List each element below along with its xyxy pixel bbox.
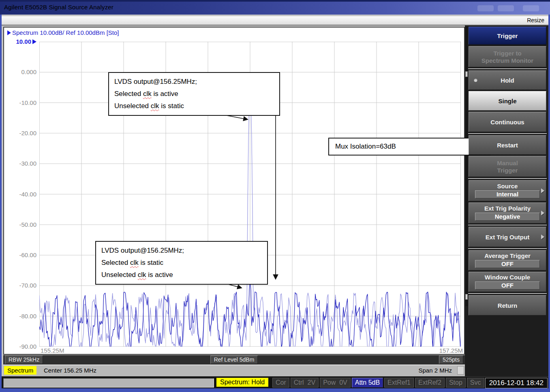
- y-axis-labels: 10.000.000-10.00-20.00-30.00-40.00-50.00…: [4, 28, 38, 354]
- menu-toolbar: Resize: [2, 16, 548, 26]
- y-axis-label-70-00: -70.00: [4, 282, 36, 289]
- status-cell-svc: Svc: [467, 378, 484, 388]
- status-cell-stop: Stop: [446, 378, 466, 388]
- menu-item-ext-trig-output[interactable]: Ext Trig Output: [469, 227, 546, 247]
- menu-item-single[interactable]: Single: [469, 91, 546, 111]
- clk-word: clk: [130, 259, 139, 266]
- annotation-line: Unselected clk is static: [114, 100, 274, 112]
- status-cell-attn-5db: Attn 5dB: [352, 378, 383, 388]
- ref-level-button[interactable]: Ref Level 5dBm: [210, 356, 258, 364]
- resize-button[interactable]: Resize: [527, 17, 544, 23]
- annotation-static-clk: LVDS output@156.25MHz; Selected clk is s…: [95, 241, 268, 285]
- y-axis-label-20-00: -20.00: [4, 130, 36, 136]
- close-button[interactable]: [523, 5, 539, 11]
- annotation-line: Selected clk is static: [101, 257, 262, 269]
- status-message-field: [3, 378, 214, 388]
- menu-value-ext-trig-polarity: Negative: [475, 213, 540, 221]
- menu-item-source[interactable]: SourceInternal: [469, 180, 546, 201]
- softkey-menu: TriggerTrigger toSpectrum MonitorHoldSin…: [468, 27, 547, 317]
- status-cell-extref2: ExtRef2: [415, 378, 445, 388]
- y-axis-label-90-00: -90.00: [4, 343, 36, 350]
- status-indicator-cells: CorCtrl 2VPow 0VAttn 5dBExtRef1ExtRef2St…: [272, 378, 484, 388]
- menu-item-return[interactable]: Return: [469, 295, 546, 315]
- menu-item-window-couple[interactable]: Window CoupleOFF: [469, 272, 546, 292]
- ref-level-marker-icon: [32, 39, 36, 44]
- y-axis-label-10-00: -10.00: [4, 99, 36, 106]
- window-title: Agilent E5052B Signal Source Analyzer: [4, 4, 113, 11]
- y-axis-label-10-00: 10.00: [4, 38, 36, 45]
- annotation-active-clk: LVDS output@156.25MHz; Selected clk is a…: [108, 72, 280, 116]
- window-border-bottom: [0, 388, 550, 392]
- span-label[interactable]: Span 2 MHz: [418, 367, 452, 374]
- menu-item-average-trigger[interactable]: Average TriggerOFF: [469, 250, 546, 271]
- scrollbar-tick[interactable]: [465, 294, 468, 300]
- status-cell-cor: Cor: [272, 378, 289, 388]
- graph-area: LVDS output@156.25MHz; Selected clk is a…: [39, 42, 461, 347]
- status-cell-extref1: ExtRef1: [384, 378, 414, 388]
- status-cell-pow-0v: Pow 0V: [320, 378, 351, 388]
- menu-item-ext-trig-polarity[interactable]: Ext Trig PolarityNegative: [469, 202, 546, 224]
- scrollbar-tick[interactable]: [465, 71, 468, 77]
- menu-value-source: Internal: [475, 190, 540, 198]
- x-axis-end-label: 157.25M: [422, 347, 463, 354]
- menu-item-restart[interactable]: Restart: [469, 135, 546, 155]
- annotation-line: Unselected clk is active: [101, 269, 262, 281]
- y-axis-label-80-00: -80.00: [4, 313, 36, 320]
- submenu-arrow-icon: [541, 188, 544, 193]
- points-button[interactable]: 525pts: [439, 356, 463, 364]
- clk-word: clk: [151, 102, 159, 110]
- window-border-right: [548, 0, 550, 392]
- clk-word: clk: [143, 90, 152, 98]
- frequency-bar-corner-button[interactable]: [457, 366, 464, 375]
- y-axis-label-60-00: -60.00: [4, 251, 36, 258]
- window-border-left: [0, 0, 2, 392]
- spectrum-tab[interactable]: Spectrum: [4, 366, 36, 375]
- spectrum-plot-window: Spectrum 10.00dB/ Ref 10.00dBm [Sto] 10.…: [3, 27, 465, 355]
- radio-indicator: [474, 79, 477, 82]
- status-cell-ctrl-2v: Ctrl 2V: [291, 378, 319, 388]
- annotation-line: Selected clk is active: [114, 88, 274, 100]
- menu-item-continuous[interactable]: Continuous: [469, 112, 546, 132]
- annotation-line: LVDS output@156.25MHz;: [101, 245, 262, 257]
- menu-item-trigger-to-spectrum-monitor: Trigger toSpectrum Monitor: [469, 46, 546, 67]
- maximize-button[interactable]: [498, 5, 514, 11]
- menu-value-window-couple: OFF: [475, 281, 540, 290]
- frequency-bar: Spectrum Center 156.25 MHz Span 2 MHz: [3, 365, 465, 376]
- menu-separator: [468, 248, 547, 249]
- y-axis-label-40-00: -40.00: [4, 191, 36, 198]
- y-axis-label-30-00: -30.00: [4, 160, 36, 167]
- menu-item-hold[interactable]: Hold: [469, 70, 546, 90]
- submenu-arrow-icon: [541, 211, 544, 215]
- title-bar: Agilent E5052B Signal Source Analyzer: [0, 0, 550, 15]
- menu-separator: [468, 178, 547, 179]
- spectrum-hold-indicator: Spectrum: Hold: [216, 378, 268, 387]
- annotation-mux-isolation: Mux Isolation=63dB: [328, 138, 490, 156]
- y-axis-label-0-000: 0.000: [4, 68, 36, 75]
- y-axis-label-50-00: -50.00: [4, 221, 36, 228]
- annotation-line: LVDS output@156.25MHz;: [114, 76, 274, 88]
- minimize-button[interactable]: [477, 5, 494, 11]
- menu-separator: [468, 225, 547, 226]
- menu-separator: [468, 293, 547, 294]
- status-bar: Spectrum: Hold CorCtrl 2VPow 0VAttn 5dBE…: [2, 376, 548, 388]
- softkey-scrollbar[interactable]: [465, 27, 468, 306]
- submenu-arrow-icon: [541, 234, 544, 239]
- datetime-display: 2016-12-01 18:42: [485, 378, 548, 388]
- measurement-settings-bar: RBW 25kHz Ref Level 5dBm 525pts: [3, 355, 465, 364]
- center-frequency-label[interactable]: Center 156.25 MHz: [44, 367, 96, 374]
- menu-separator: [468, 133, 547, 134]
- menu-header-trigger: Trigger: [469, 27, 546, 45]
- rbw-button[interactable]: RBW 25kHz: [5, 356, 43, 364]
- x-axis-start-label: 155.25M: [41, 347, 64, 354]
- menu-item-manual-trigger: ManualTrigger: [469, 156, 546, 177]
- menu-separator: [468, 68, 547, 69]
- menu-value-average-trigger: OFF: [475, 260, 540, 268]
- clk-word: clk: [138, 271, 146, 279]
